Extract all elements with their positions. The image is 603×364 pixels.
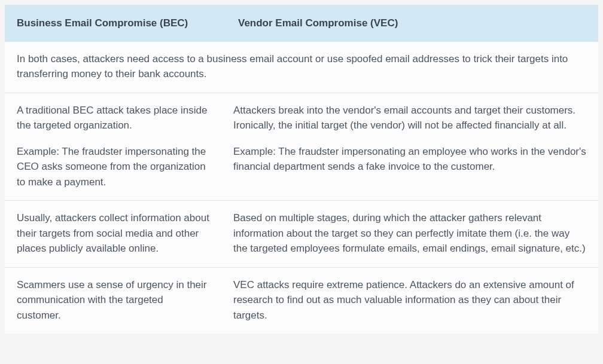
vec-cell: VEC attacks require extreme patience. At… [233, 277, 586, 323]
vec-cell: Based on multiple stages, during which t… [233, 210, 586, 256]
intro-row: In both cases, attackers need access to … [5, 42, 598, 93]
bec-paragraph: A traditional BEC attack takes place ins… [17, 103, 209, 133]
table-row: A traditional BEC attack takes place ins… [5, 93, 598, 201]
bec-cell: A traditional BEC attack takes place ins… [17, 103, 233, 190]
bec-paragraph: Scammers use a sense of urgency in their… [17, 277, 209, 323]
header-vec: Vendor Email Compromise (VEC) [238, 16, 586, 31]
vec-cell: Attackers break into the vendor's email … [233, 103, 586, 190]
header-bec: Business Email Compromise (BEC) [17, 16, 238, 31]
bec-cell: Scammers use a sense of urgency in their… [17, 277, 233, 323]
bec-paragraph: Example: The fraudster impersonating the… [17, 144, 209, 190]
intro-text: In both cases, attackers need access to … [17, 51, 586, 82]
table-row: Scammers use a sense of urgency in their… [5, 268, 598, 334]
table-header-row: Business Email Compromise (BEC) Vendor E… [5, 5, 598, 42]
vec-paragraph: Example: The fraudster impersonating an … [233, 144, 586, 175]
vec-paragraph: Attackers break into the vendor's email … [233, 103, 586, 133]
bec-cell: Usually, attackers collect information a… [17, 210, 233, 256]
comparison-table: Business Email Compromise (BEC) Vendor E… [5, 5, 598, 334]
vec-paragraph: Based on multiple stages, during which t… [233, 210, 586, 256]
vec-paragraph: VEC attacks require extreme patience. At… [233, 277, 586, 323]
bec-paragraph: Usually, attackers collect information a… [17, 210, 209, 256]
table-row: Usually, attackers collect information a… [5, 201, 598, 268]
